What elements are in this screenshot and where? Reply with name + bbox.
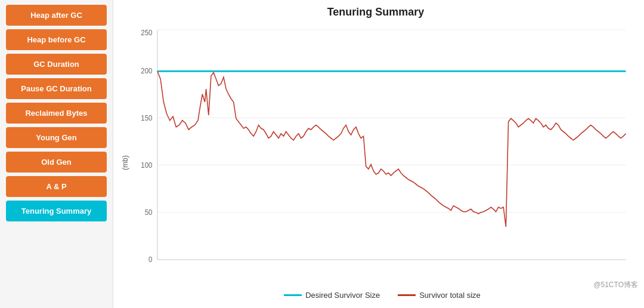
sidebar-btn-gc-duration[interactable]: GC Duration [6, 54, 107, 75]
sidebar-btn-heap-after-gc[interactable]: Heap after GC [6, 5, 107, 26]
legend-item-desired: Desired Survivor Size [284, 291, 380, 300]
y-axis-label: (mb) [119, 23, 131, 302]
sidebar-btn-pause-gc-duration[interactable]: Pause GC Duration [6, 78, 107, 99]
legend-label-survivor: Survivor total size [419, 291, 481, 300]
main-content: Tenuring Summary (mb) [113, 0, 644, 308]
legend-line-survivor [398, 294, 416, 296]
chart-svg-container: 0 50 100 150 200 250 [132, 23, 632, 286]
svg-text:0: 0 [148, 255, 153, 264]
sidebar-btn-a-and-p[interactable]: A & P [6, 176, 107, 197]
legend-line-desired [284, 294, 302, 296]
legend-label-desired: Desired Survivor Size [305, 291, 380, 300]
sidebar-btn-reclaimed-bytes[interactable]: Reclaimed Bytes [6, 103, 107, 124]
chart-area: (mb) 0 50 [119, 23, 632, 302]
sidebar: Heap after GCHeap before GCGC DurationPa… [0, 0, 113, 308]
svg-text:50: 50 [145, 208, 153, 217]
svg-text:100: 100 [141, 161, 153, 170]
sidebar-btn-heap-before-gc[interactable]: Heap before GC [6, 29, 107, 50]
chart-title: Tenuring Summary [119, 6, 632, 19]
legend: Desired Survivor Size Survivor total siz… [132, 286, 632, 302]
sidebar-btn-young-gen[interactable]: Young Gen [6, 127, 107, 148]
svg-text:200: 200 [141, 66, 153, 75]
sidebar-btn-tenuring-summary[interactable]: Tenuring Summary [6, 201, 107, 221]
watermark: @51CTO博客 [593, 280, 638, 290]
chart-wrapper: 0 50 100 150 200 250 [132, 23, 632, 302]
legend-item-survivor: Survivor total size [398, 291, 481, 300]
sidebar-btn-old-gen[interactable]: Old Gen [6, 152, 107, 173]
svg-text:150: 150 [141, 114, 153, 122]
svg-text:250: 250 [141, 29, 153, 37]
